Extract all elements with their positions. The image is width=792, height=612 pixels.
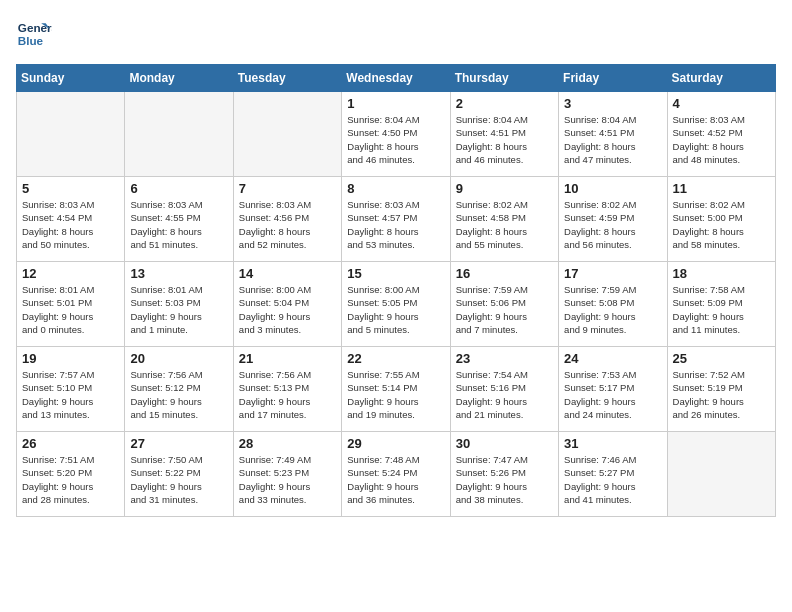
calendar-cell: 8Sunrise: 8:03 AM Sunset: 4:57 PM Daylig…: [342, 177, 450, 262]
calendar-cell: 9Sunrise: 8:02 AM Sunset: 4:58 PM Daylig…: [450, 177, 558, 262]
calendar-cell: 5Sunrise: 8:03 AM Sunset: 4:54 PM Daylig…: [17, 177, 125, 262]
day-number: 25: [673, 351, 770, 366]
week-row: 1Sunrise: 8:04 AM Sunset: 4:50 PM Daylig…: [17, 92, 776, 177]
day-info: Sunrise: 7:56 AM Sunset: 5:13 PM Dayligh…: [239, 368, 336, 421]
day-number: 13: [130, 266, 227, 281]
week-row: 26Sunrise: 7:51 AM Sunset: 5:20 PM Dayli…: [17, 432, 776, 517]
day-number: 10: [564, 181, 661, 196]
day-info: Sunrise: 7:56 AM Sunset: 5:12 PM Dayligh…: [130, 368, 227, 421]
calendar-cell: 24Sunrise: 7:53 AM Sunset: 5:17 PM Dayli…: [559, 347, 667, 432]
week-row: 12Sunrise: 8:01 AM Sunset: 5:01 PM Dayli…: [17, 262, 776, 347]
day-number: 27: [130, 436, 227, 451]
day-info: Sunrise: 8:02 AM Sunset: 4:59 PM Dayligh…: [564, 198, 661, 251]
calendar-cell: 25Sunrise: 7:52 AM Sunset: 5:19 PM Dayli…: [667, 347, 775, 432]
logo: General Blue: [16, 16, 56, 52]
day-number: 26: [22, 436, 119, 451]
day-info: Sunrise: 8:03 AM Sunset: 4:56 PM Dayligh…: [239, 198, 336, 251]
calendar-cell: 12Sunrise: 8:01 AM Sunset: 5:01 PM Dayli…: [17, 262, 125, 347]
day-number: 2: [456, 96, 553, 111]
calendar-cell: 30Sunrise: 7:47 AM Sunset: 5:26 PM Dayli…: [450, 432, 558, 517]
calendar-cell: 28Sunrise: 7:49 AM Sunset: 5:23 PM Dayli…: [233, 432, 341, 517]
day-info: Sunrise: 7:59 AM Sunset: 5:08 PM Dayligh…: [564, 283, 661, 336]
page-header: General Blue: [16, 16, 776, 52]
day-number: 3: [564, 96, 661, 111]
day-info: Sunrise: 8:00 AM Sunset: 5:04 PM Dayligh…: [239, 283, 336, 336]
col-header-wednesday: Wednesday: [342, 65, 450, 92]
day-number: 5: [22, 181, 119, 196]
day-info: Sunrise: 8:03 AM Sunset: 4:57 PM Dayligh…: [347, 198, 444, 251]
calendar-table: SundayMondayTuesdayWednesdayThursdayFrid…: [16, 64, 776, 517]
calendar-cell: 15Sunrise: 8:00 AM Sunset: 5:05 PM Dayli…: [342, 262, 450, 347]
day-number: 20: [130, 351, 227, 366]
calendar-cell: 2Sunrise: 8:04 AM Sunset: 4:51 PM Daylig…: [450, 92, 558, 177]
day-info: Sunrise: 8:04 AM Sunset: 4:50 PM Dayligh…: [347, 113, 444, 166]
day-number: 15: [347, 266, 444, 281]
calendar-cell: 27Sunrise: 7:50 AM Sunset: 5:22 PM Dayli…: [125, 432, 233, 517]
day-number: 29: [347, 436, 444, 451]
logo-icon: General Blue: [16, 16, 52, 52]
day-info: Sunrise: 7:57 AM Sunset: 5:10 PM Dayligh…: [22, 368, 119, 421]
calendar-cell: 23Sunrise: 7:54 AM Sunset: 5:16 PM Dayli…: [450, 347, 558, 432]
col-header-tuesday: Tuesday: [233, 65, 341, 92]
calendar-cell: 18Sunrise: 7:58 AM Sunset: 5:09 PM Dayli…: [667, 262, 775, 347]
day-info: Sunrise: 8:04 AM Sunset: 4:51 PM Dayligh…: [456, 113, 553, 166]
day-info: Sunrise: 7:54 AM Sunset: 5:16 PM Dayligh…: [456, 368, 553, 421]
header-row: SundayMondayTuesdayWednesdayThursdayFrid…: [17, 65, 776, 92]
day-info: Sunrise: 8:01 AM Sunset: 5:01 PM Dayligh…: [22, 283, 119, 336]
day-info: Sunrise: 7:51 AM Sunset: 5:20 PM Dayligh…: [22, 453, 119, 506]
calendar-cell: 1Sunrise: 8:04 AM Sunset: 4:50 PM Daylig…: [342, 92, 450, 177]
calendar-cell: 14Sunrise: 8:00 AM Sunset: 5:04 PM Dayli…: [233, 262, 341, 347]
day-number: 30: [456, 436, 553, 451]
calendar-cell: 6Sunrise: 8:03 AM Sunset: 4:55 PM Daylig…: [125, 177, 233, 262]
day-info: Sunrise: 8:01 AM Sunset: 5:03 PM Dayligh…: [130, 283, 227, 336]
day-info: Sunrise: 8:03 AM Sunset: 4:52 PM Dayligh…: [673, 113, 770, 166]
day-number: 31: [564, 436, 661, 451]
calendar-cell: [125, 92, 233, 177]
day-info: Sunrise: 8:03 AM Sunset: 4:55 PM Dayligh…: [130, 198, 227, 251]
calendar-cell: 11Sunrise: 8:02 AM Sunset: 5:00 PM Dayli…: [667, 177, 775, 262]
day-number: 21: [239, 351, 336, 366]
day-number: 4: [673, 96, 770, 111]
day-number: 16: [456, 266, 553, 281]
col-header-saturday: Saturday: [667, 65, 775, 92]
svg-text:General: General: [18, 21, 52, 34]
calendar-cell: 17Sunrise: 7:59 AM Sunset: 5:08 PM Dayli…: [559, 262, 667, 347]
day-info: Sunrise: 7:55 AM Sunset: 5:14 PM Dayligh…: [347, 368, 444, 421]
day-number: 24: [564, 351, 661, 366]
day-number: 9: [456, 181, 553, 196]
day-number: 7: [239, 181, 336, 196]
calendar-cell: 29Sunrise: 7:48 AM Sunset: 5:24 PM Dayli…: [342, 432, 450, 517]
calendar-cell: 4Sunrise: 8:03 AM Sunset: 4:52 PM Daylig…: [667, 92, 775, 177]
day-number: 28: [239, 436, 336, 451]
day-number: 17: [564, 266, 661, 281]
calendar-cell: 7Sunrise: 8:03 AM Sunset: 4:56 PM Daylig…: [233, 177, 341, 262]
calendar-cell: 26Sunrise: 7:51 AM Sunset: 5:20 PM Dayli…: [17, 432, 125, 517]
svg-text:Blue: Blue: [18, 34, 44, 47]
calendar-cell: [233, 92, 341, 177]
day-info: Sunrise: 8:02 AM Sunset: 4:58 PM Dayligh…: [456, 198, 553, 251]
day-number: 23: [456, 351, 553, 366]
calendar-cell: 20Sunrise: 7:56 AM Sunset: 5:12 PM Dayli…: [125, 347, 233, 432]
col-header-friday: Friday: [559, 65, 667, 92]
day-number: 6: [130, 181, 227, 196]
day-number: 1: [347, 96, 444, 111]
day-info: Sunrise: 7:52 AM Sunset: 5:19 PM Dayligh…: [673, 368, 770, 421]
calendar-cell: 31Sunrise: 7:46 AM Sunset: 5:27 PM Dayli…: [559, 432, 667, 517]
calendar-cell: 22Sunrise: 7:55 AM Sunset: 5:14 PM Dayli…: [342, 347, 450, 432]
day-info: Sunrise: 7:59 AM Sunset: 5:06 PM Dayligh…: [456, 283, 553, 336]
day-info: Sunrise: 7:58 AM Sunset: 5:09 PM Dayligh…: [673, 283, 770, 336]
day-info: Sunrise: 8:04 AM Sunset: 4:51 PM Dayligh…: [564, 113, 661, 166]
day-number: 18: [673, 266, 770, 281]
day-info: Sunrise: 7:49 AM Sunset: 5:23 PM Dayligh…: [239, 453, 336, 506]
day-info: Sunrise: 8:03 AM Sunset: 4:54 PM Dayligh…: [22, 198, 119, 251]
day-number: 12: [22, 266, 119, 281]
week-row: 19Sunrise: 7:57 AM Sunset: 5:10 PM Dayli…: [17, 347, 776, 432]
day-info: Sunrise: 7:50 AM Sunset: 5:22 PM Dayligh…: [130, 453, 227, 506]
day-number: 22: [347, 351, 444, 366]
day-info: Sunrise: 7:46 AM Sunset: 5:27 PM Dayligh…: [564, 453, 661, 506]
col-header-sunday: Sunday: [17, 65, 125, 92]
calendar-cell: 10Sunrise: 8:02 AM Sunset: 4:59 PM Dayli…: [559, 177, 667, 262]
calendar-cell: [667, 432, 775, 517]
day-info: Sunrise: 7:47 AM Sunset: 5:26 PM Dayligh…: [456, 453, 553, 506]
calendar-cell: 19Sunrise: 7:57 AM Sunset: 5:10 PM Dayli…: [17, 347, 125, 432]
